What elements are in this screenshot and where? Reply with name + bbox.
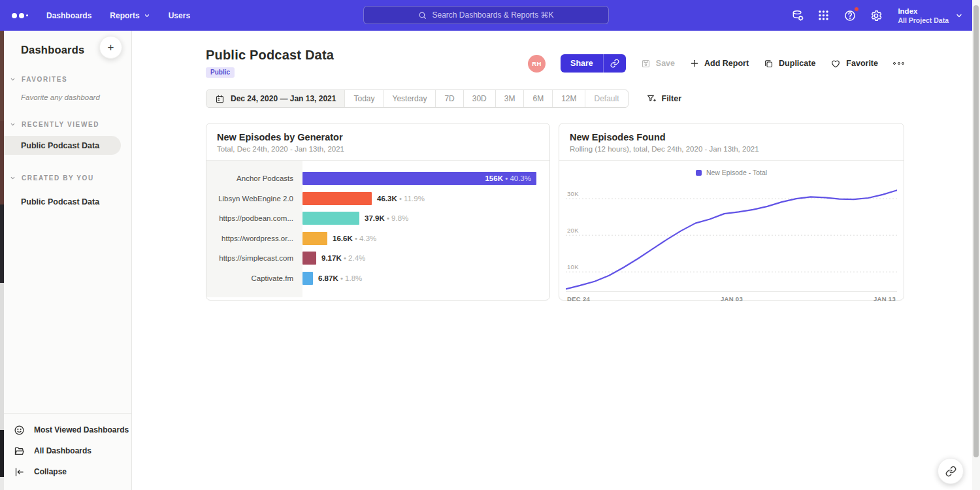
duplicate-icon [764,59,774,69]
y-axis-label: 30K [567,190,579,197]
favorite-label: Favorite [846,59,878,68]
section-created-by-you-header[interactable]: CREATED BY YOU [0,174,131,182]
legend-swatch [696,170,702,176]
floating-link-button[interactable] [938,458,964,484]
duplicate-label: Duplicate [779,59,815,68]
bar-fill[interactable] [302,272,313,285]
x-axis-label: DEC 24 [567,295,590,302]
data-management-icon[interactable] [791,8,804,22]
collapse-sidebar-button[interactable]: Collapse [0,461,131,482]
settings-gear-icon[interactable] [869,8,883,22]
bar-row[interactable]: https://wordpress.or...16.6K • 4.3% [206,229,549,249]
most-viewed-dashboards-button[interactable]: Most Viewed Dashboards [0,419,131,440]
mixpanel-logo-icon[interactable] [12,13,28,18]
project-name: Index [898,7,949,16]
chevron-down-icon [144,12,150,19]
calendar-icon [215,94,225,104]
sidebar-item-public-podcast-data[interactable]: Public Podcast Data [0,136,121,155]
bar-fill[interactable]: 156K • 40.3% [302,172,536,185]
bar-fill[interactable] [302,252,316,265]
preset-30d[interactable]: 30D [463,90,495,107]
section-recently-viewed: RECENTLY VIEWED Public Podcast Data [0,121,131,155]
filter-button[interactable]: Filter [646,93,682,104]
notification-badge [854,7,859,12]
save-icon [641,59,651,69]
section-label: RECENTLY VIEWED [22,121,99,128]
sidebar: Dashboards + FAVORITES Favorite any dash… [0,31,132,490]
date-range-button[interactable]: Dec 24, 2020 — Jan 13, 2021 [206,90,344,107]
add-report-button[interactable]: Add Report [690,59,749,68]
smiley-icon [14,425,25,436]
preset-default[interactable]: Default [585,90,627,107]
preset-yesterday[interactable]: Yesterday [383,90,435,107]
search-icon [418,11,427,20]
favorites-empty-text: Favorite any dashboard [0,93,131,101]
bar-row[interactable]: Captivate.fm6.87K • 1.8% [206,269,549,289]
nav-users[interactable]: Users [169,11,190,20]
bar-row[interactable]: Anchor Podcasts156K • 40.3% [206,169,549,189]
save-label: Save [656,59,675,68]
line-chart-subtitle: Rolling (12 hours), total, Dec 24th, 202… [570,145,893,153]
save-button[interactable]: Save [641,59,675,69]
nav-reports[interactable]: Reports [110,11,150,20]
bar-fill[interactable] [302,212,359,225]
bar-chart-subtitle: Total, Dec 24th, 2020 - Jan 13th, 2021 [217,145,539,153]
search-input[interactable]: Search Dashboards & Reports ⌘K [363,6,609,24]
help-icon[interactable] [843,8,857,22]
filter-label: Filter [662,94,682,103]
share-button[interactable]: Share [561,54,603,73]
project-switcher[interactable]: Index All Project Data [898,7,963,24]
preset-today[interactable]: Today [344,90,383,107]
sidebar-item-public-podcast-data-2[interactable]: Public Podcast Data [0,192,131,211]
apps-grid-icon[interactable] [817,8,830,22]
nav-reports-label: Reports [110,11,139,20]
preset-3m[interactable]: 3M [495,90,524,107]
x-axis-label: JAN 13 [874,295,896,302]
bar-category-label: Libsyn WebEngine 2.0 [206,195,302,203]
chevron-down-icon [955,12,963,20]
copy-link-button[interactable] [603,54,626,73]
add-dashboard-button[interactable]: + [99,36,122,59]
nav-dashboards[interactable]: Dashboards [46,11,91,20]
page-title: Public Podcast Data [206,48,334,63]
date-range-control: Dec 24, 2020 — Jan 13, 2021 TodayYesterd… [206,90,629,108]
collapse-icon [14,466,25,478]
bar-value-label: 9.17K • 2.4% [321,254,365,262]
all-dashboards-button[interactable]: All Dashboards [0,440,131,461]
y-axis-label: 10K [567,263,579,270]
avatar[interactable]: RH [528,55,546,73]
bar-value-label: 37.9K • 9.8% [365,214,408,222]
bar-fill[interactable] [302,192,372,205]
nav-users-label: Users [169,11,190,20]
more-options-button[interactable] [893,59,904,67]
bar-chart-card[interactable]: New Episodes by Generator Total, Dec 24t… [206,123,550,301]
chevron-down-icon [10,175,16,181]
filter-funnel-icon [646,93,657,104]
link-icon [945,466,956,477]
line-chart-svg [566,183,897,292]
bar-fill[interactable] [302,232,327,245]
line-series[interactable] [566,190,897,289]
bar-row[interactable]: Libsyn WebEngine 2.046.3K • 11.9% [206,189,549,209]
bar-value-label: 46.3K • 11.9% [377,195,425,203]
line-chart-card[interactable]: New Episodes Found Rolling (12 hours), t… [559,123,904,301]
footer-item-label: Collapse [34,467,67,476]
add-report-label: Add Report [704,59,749,68]
preset-6m[interactable]: 6M [523,90,552,107]
search-placeholder: Search Dashboards & Reports ⌘K [432,10,553,20]
section-favorites-header[interactable]: FAVORITES [0,76,131,83]
plus-icon: + [108,41,114,54]
section-created-by-you: CREATED BY YOU Public Podcast Data [0,174,131,211]
footer-item-label: Most Viewed Dashboards [34,425,129,434]
section-recently-viewed-header[interactable]: RECENTLY VIEWED [0,121,131,128]
preset-12m[interactable]: 12M [552,90,585,107]
section-label: CREATED BY YOU [22,174,94,182]
bar-value-label: 156K • 40.3% [485,174,531,182]
duplicate-button[interactable]: Duplicate [764,59,815,69]
favorite-button[interactable]: Favorite [830,58,878,69]
link-icon [610,59,619,68]
scrollbar-thumb[interactable] [973,5,979,457]
preset-7d[interactable]: 7D [435,90,463,107]
bar-row[interactable]: https://podbean.com...37.9K • 9.8% [206,208,549,229]
bar-row[interactable]: https://simplecast.com9.17K • 2.4% [206,248,549,269]
